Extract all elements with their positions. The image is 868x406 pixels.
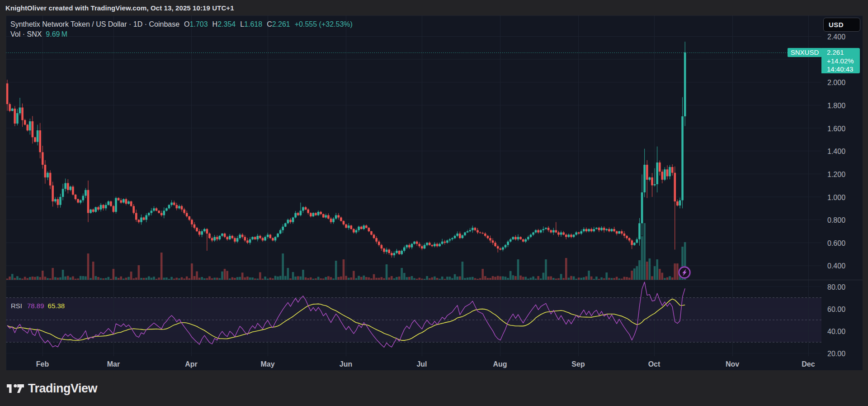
svg-text:1.200: 1.200 [827, 171, 845, 178]
svg-text:1.800: 1.800 [827, 102, 845, 110]
svg-text:Dec: Dec [802, 360, 815, 368]
svg-text:Jul: Jul [416, 360, 427, 368]
svg-text:May: May [260, 360, 274, 368]
svg-text:Aug: Aug [493, 360, 507, 368]
svg-text:Jun: Jun [340, 360, 352, 368]
svg-text:1.400: 1.400 [827, 148, 845, 155]
svg-text:Mar: Mar [107, 360, 120, 368]
svg-text:Oct: Oct [648, 360, 660, 368]
svg-text:0.800: 0.800 [827, 216, 845, 224]
svg-text:Apr: Apr [185, 360, 198, 368]
svg-text:0.400: 0.400 [827, 262, 845, 270]
svg-text:Sep: Sep [571, 360, 585, 368]
svg-text:2.000: 2.000 [827, 79, 845, 86]
svg-text:1.600: 1.600 [827, 125, 845, 133]
svg-text:Nov: Nov [726, 360, 739, 368]
svg-text:2.400: 2.400 [827, 33, 845, 41]
svg-text:40.00: 40.00 [827, 328, 845, 335]
svg-text:1.000: 1.000 [827, 194, 845, 201]
svg-text:0.600: 0.600 [827, 239, 845, 247]
svg-text:20.00: 20.00 [827, 350, 845, 358]
svg-text:60.00: 60.00 [827, 306, 845, 313]
svg-text:80.00: 80.00 [827, 283, 845, 291]
svg-text:Feb: Feb [36, 360, 49, 368]
